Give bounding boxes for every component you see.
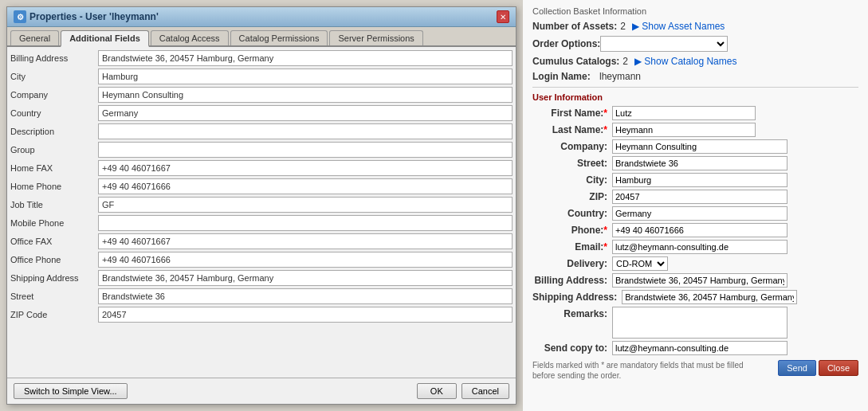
first-name-required: * bbox=[603, 108, 607, 119]
send-copy-input[interactable] bbox=[612, 341, 787, 355]
login-name-value: lheymann bbox=[599, 71, 641, 82]
field-label-billing-address: Billing Address bbox=[10, 53, 98, 63]
footer-note: Fields marked with * are mandatory field… bbox=[532, 360, 756, 381]
cumulus-catalogs-value: 2 bbox=[623, 56, 628, 67]
shipping-address-input[interactable] bbox=[622, 290, 797, 304]
field-input-company[interactable] bbox=[98, 87, 513, 103]
phone-label: Phone:* bbox=[532, 225, 612, 236]
phone-row: Phone:* bbox=[532, 223, 858, 237]
field-input-country[interactable] bbox=[98, 105, 513, 121]
show-catalog-names-link[interactable]: ▶ Show Catalog Names bbox=[634, 56, 736, 67]
send-copy-row: Send copy to: bbox=[532, 341, 858, 355]
email-input[interactable] bbox=[612, 240, 787, 254]
field-input-home-fax[interactable] bbox=[98, 160, 513, 176]
street-input[interactable] bbox=[612, 156, 787, 170]
field-label-country: Country bbox=[10, 108, 98, 118]
field-label-office-phone: Office Phone bbox=[10, 255, 98, 264]
tab-additional-fields[interactable]: Additional Fields bbox=[61, 30, 149, 47]
order-options-row: Order Options: bbox=[532, 36, 858, 52]
panel-footer: Fields marked with * are mandatory field… bbox=[532, 360, 858, 381]
remarks-input[interactable] bbox=[612, 307, 787, 339]
login-name-label: Login Name: bbox=[532, 71, 596, 82]
field-row-description: Description bbox=[10, 123, 513, 139]
order-options-label: Order Options: bbox=[532, 38, 600, 49]
company-label: Company: bbox=[532, 141, 612, 152]
field-label-city: City bbox=[10, 72, 98, 81]
field-input-office-fax[interactable] bbox=[98, 233, 513, 249]
phone-input[interactable] bbox=[612, 223, 787, 237]
field-input-job-title[interactable] bbox=[98, 197, 513, 213]
country-input[interactable] bbox=[612, 206, 787, 221]
login-name-row: Login Name: lheymann bbox=[532, 71, 858, 82]
field-input-shipping-address[interactable] bbox=[98, 270, 513, 286]
field-row-job-title: Job Title bbox=[10, 197, 513, 213]
field-input-mobile-phone[interactable] bbox=[98, 215, 513, 231]
tab-catalog-access[interactable]: Catalog Access bbox=[151, 30, 229, 45]
field-row-home-phone: Home Phone bbox=[10, 178, 513, 194]
field-label-company: Company bbox=[10, 90, 98, 100]
field-input-street[interactable] bbox=[98, 288, 513, 304]
field-label-home-fax: Home FAX bbox=[10, 163, 98, 173]
field-label-mobile-phone: Mobile Phone bbox=[10, 218, 98, 228]
dialog-title-text: Properties - User 'lheymann' bbox=[29, 11, 159, 22]
field-row-office-fax: Office FAX bbox=[10, 233, 513, 249]
street-label: Street: bbox=[532, 158, 612, 169]
field-row-shipping-address: Shipping Address bbox=[10, 270, 513, 286]
order-options-select[interactable] bbox=[600, 36, 728, 52]
field-row-office-phone: Office Phone bbox=[10, 252, 513, 268]
properties-dialog: ⚙ Properties - User 'lheymann' ✕ General… bbox=[6, 6, 516, 405]
tab-server-permissions[interactable]: Server Permissions bbox=[329, 30, 422, 45]
company-input[interactable] bbox=[612, 139, 787, 154]
collection-basket-title: Collection Basket Information bbox=[532, 6, 858, 16]
last-name-row: Last Name:* bbox=[532, 123, 858, 137]
field-label-job-title: Job Title bbox=[10, 200, 98, 209]
shipping-address-label: Shipping Address: bbox=[532, 292, 622, 303]
close-panel-button[interactable]: Close bbox=[819, 360, 858, 376]
right-panel: Collection Basket Information Number of … bbox=[523, 0, 868, 411]
first-name-input[interactable] bbox=[612, 106, 756, 120]
close-dialog-button[interactable]: ✕ bbox=[497, 10, 509, 23]
field-input-description[interactable] bbox=[98, 123, 513, 139]
send-button[interactable]: Send bbox=[778, 360, 816, 376]
field-label-office-fax: Office FAX bbox=[10, 237, 98, 246]
zip-row: ZIP: bbox=[532, 190, 858, 204]
show-asset-names-link[interactable]: ▶ Show Asset Names bbox=[632, 21, 725, 32]
field-row-country: Country bbox=[10, 105, 513, 121]
field-input-city[interactable] bbox=[98, 68, 513, 84]
field-input-group[interactable] bbox=[98, 142, 513, 158]
dialog-icon: ⚙ bbox=[14, 10, 26, 23]
remarks-row: Remarks: bbox=[532, 307, 858, 339]
field-row-billing-address: Billing Address bbox=[10, 50, 513, 66]
dialog-footer: Switch to Simple View... OK Cancel bbox=[7, 378, 516, 404]
last-name-required: * bbox=[603, 124, 607, 135]
tab-bar: General Additional Fields Catalog Access… bbox=[7, 27, 516, 47]
company-row: Company: bbox=[532, 139, 858, 154]
field-input-billing-address[interactable] bbox=[98, 50, 513, 66]
ok-button[interactable]: OK bbox=[417, 383, 457, 399]
last-name-input[interactable] bbox=[612, 123, 756, 137]
section-divider-1 bbox=[532, 87, 858, 88]
field-label-description: Description bbox=[10, 127, 98, 136]
city-input[interactable] bbox=[612, 173, 787, 187]
user-info-title: User Information bbox=[532, 92, 858, 102]
fields-area: Billing Address City Company Country Des… bbox=[7, 47, 516, 378]
cancel-button[interactable]: Cancel bbox=[461, 383, 509, 399]
zip-input[interactable] bbox=[612, 190, 787, 204]
tab-general[interactable]: General bbox=[10, 30, 59, 45]
delivery-select[interactable]: CD-ROM bbox=[612, 256, 668, 271]
email-label: Email:* bbox=[532, 241, 612, 252]
billing-address-input[interactable] bbox=[612, 273, 787, 288]
first-name-label: First Name:* bbox=[532, 108, 612, 119]
field-row-street: Street bbox=[10, 288, 513, 304]
field-row-mobile-phone: Mobile Phone bbox=[10, 215, 513, 231]
field-row-city: City bbox=[10, 68, 513, 84]
field-input-zip-code[interactable] bbox=[98, 307, 513, 323]
switch-simple-view-button[interactable]: Switch to Simple View... bbox=[14, 383, 128, 399]
number-of-assets-value: 2 bbox=[620, 21, 626, 32]
action-buttons: Send Close bbox=[778, 360, 858, 376]
field-input-home-phone[interactable] bbox=[98, 178, 513, 194]
tab-catalog-permissions[interactable]: Catalog Permissions bbox=[230, 30, 328, 45]
delivery-controls: CD-ROM bbox=[612, 256, 668, 271]
field-row-home-fax: Home FAX bbox=[10, 160, 513, 176]
field-input-office-phone[interactable] bbox=[98, 252, 513, 268]
